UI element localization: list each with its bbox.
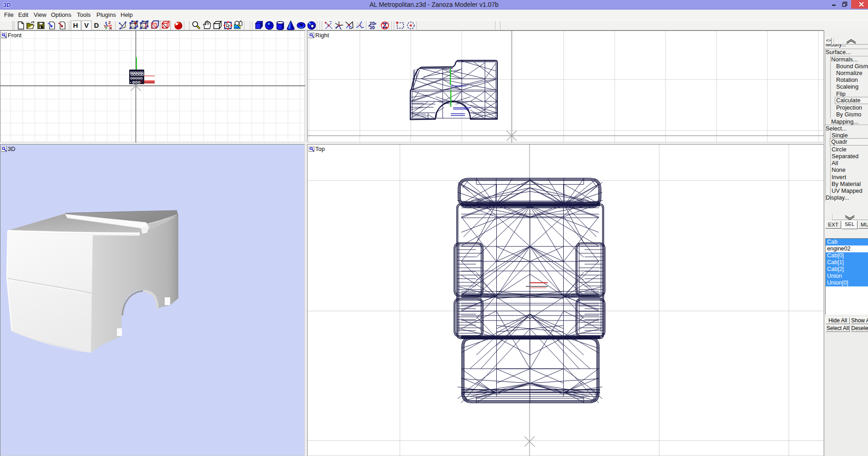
svg-text:Z: Z — [108, 20, 111, 25]
svg-text:D: D — [94, 21, 99, 29]
svg-text:V: V — [84, 21, 89, 29]
svg-text:H: H — [73, 21, 78, 29]
svg-text:3D: 3D — [369, 25, 375, 30]
